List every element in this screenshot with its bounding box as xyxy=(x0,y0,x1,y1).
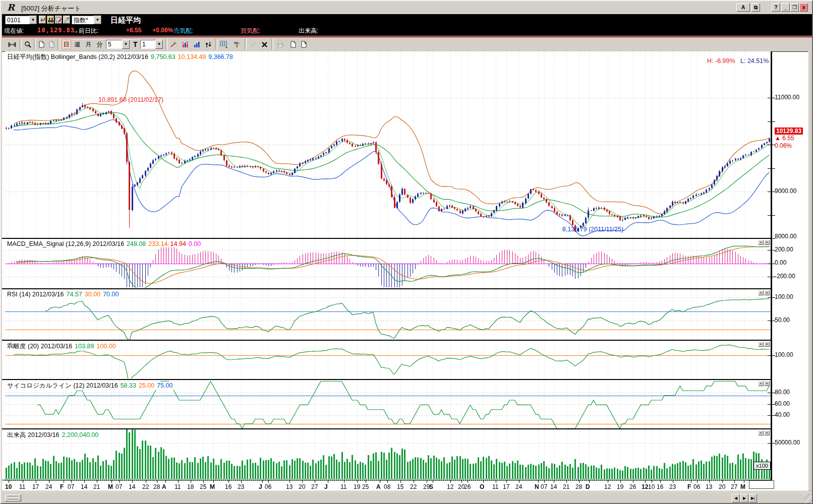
clear-draw-button[interactable] xyxy=(63,16,70,24)
psych-header-value-0: サイコロジカルライン (12) 2012/03/16 xyxy=(7,382,118,389)
rsi-panel-close-button[interactable]: × xyxy=(764,290,770,295)
close-button[interactable]: x xyxy=(799,3,808,12)
rsi-panel-minimize-button[interactable]: ▪ xyxy=(758,290,764,295)
vol-panel-close-button[interactable]: × xyxy=(764,430,770,435)
scroll-thumb[interactable] xyxy=(5,494,21,501)
help-button[interactable]: ? xyxy=(772,3,780,12)
period-minute-button[interactable]: 分 xyxy=(95,39,104,49)
settings-tools-button[interactable] xyxy=(231,39,243,50)
pct-from-low: L: 24.51% xyxy=(740,57,769,65)
kairi-chart-canvas[interactable] xyxy=(5,341,771,379)
high-annotation: 10,891.60 (2011/02/17) xyxy=(98,96,163,103)
code-dropdown-button[interactable]: ▼ xyxy=(29,16,37,24)
copy-window-button[interactable]: ⧉ xyxy=(751,3,760,12)
rsi-axis-label: 50.00 xyxy=(775,317,790,324)
panel-separator[interactable] xyxy=(2,379,771,380)
period-day-button[interactable]: 日 xyxy=(62,39,71,49)
macd-panel-close-button[interactable]: × xyxy=(764,240,770,245)
eraser-button[interactable] xyxy=(247,39,258,50)
ticks-select[interactable]: 1 xyxy=(140,40,155,49)
app-window: R [5002] 分析チャート A ⧉ ? _ ❐ x 0101 ▼ 指数* ▼… xyxy=(0,0,813,504)
price-chart-canvas[interactable] xyxy=(5,51,771,238)
change-value: +6.55 xyxy=(126,27,141,34)
memo-button[interactable] xyxy=(55,16,62,24)
category-select[interactable]: 指数* xyxy=(72,16,94,24)
panel-separator[interactable] xyxy=(2,340,771,341)
titlebar[interactable]: R [5002] 分析チャート A ⧉ ? _ ❐ x xyxy=(1,1,812,15)
current-price-value: 10,129.83 xyxy=(37,27,75,34)
ticks-dropdown-button[interactable]: ▼ xyxy=(155,40,163,49)
sort-updown-button[interactable] xyxy=(203,39,214,50)
panel-separator[interactable] xyxy=(2,288,771,289)
minutes-select[interactable]: 5 xyxy=(106,40,122,49)
psych-panel-close-button[interactable]: × xyxy=(764,381,770,386)
category-dropdown-button[interactable]: ▼ xyxy=(94,16,101,24)
volume-label: 出来高: xyxy=(299,27,318,35)
psych-panel-minimize-button[interactable]: ▪ xyxy=(758,381,764,386)
price-axis-spine xyxy=(771,51,772,480)
range-select-icon xyxy=(8,41,16,48)
price-axis-label: 8000.00 xyxy=(775,233,796,240)
axis-tick xyxy=(772,393,775,393)
rsi-header-value-1: 74.57 xyxy=(67,291,82,298)
panel-separator[interactable] xyxy=(2,238,771,239)
trendline-button[interactable] xyxy=(168,39,179,50)
price-header-value-2: 10,134.49 xyxy=(178,53,206,60)
bottom-scrollbar[interactable] xyxy=(2,491,813,504)
app-logo-icon: R xyxy=(7,2,15,13)
axis-tick xyxy=(772,215,775,216)
price-axis-label: 0.06% xyxy=(775,142,792,149)
page-icon: P xyxy=(301,41,307,48)
save-page-button[interactable] xyxy=(288,39,298,50)
axis-tick xyxy=(772,277,775,277)
enter-icon xyxy=(39,17,45,23)
scroll-right-button[interactable]: ▶ xyxy=(740,494,748,502)
axis-tick xyxy=(772,264,775,264)
x-delete-icon xyxy=(261,41,268,48)
search-button[interactable] xyxy=(47,16,54,24)
minutes-dropdown-button[interactable]: ▼ xyxy=(122,40,130,49)
price-axis-label: 9000.00 xyxy=(775,187,796,195)
panel-separator[interactable] xyxy=(2,428,771,429)
new-page-button[interactable] xyxy=(36,39,46,50)
scroll-end-button[interactable]: ▶| xyxy=(749,494,757,502)
axis-tick xyxy=(772,415,775,416)
price-header-value-1: 9,750.63 xyxy=(151,53,176,60)
restore-page-button[interactable] xyxy=(46,39,56,50)
zoom-button[interactable] xyxy=(22,39,33,50)
hammer-icon xyxy=(233,41,241,48)
chart-type-bars-button[interactable] xyxy=(180,39,191,50)
kairi-panel-close-button[interactable]: × xyxy=(764,342,770,347)
window-title: [5002] 分析チャート xyxy=(21,4,81,13)
right-scroll-strip[interactable] xyxy=(808,51,813,491)
vol-axis-label: 50000.00 xyxy=(775,439,800,446)
export-page-button[interactable]: P xyxy=(299,39,309,50)
price-header-value-3: 9,366.78 xyxy=(208,53,233,60)
svg-text:P: P xyxy=(305,42,307,45)
axis-tick xyxy=(772,321,775,321)
page-icon xyxy=(48,41,55,48)
resize-grip[interactable] xyxy=(804,494,812,503)
magnifier-icon xyxy=(24,41,31,48)
enter-button[interactable] xyxy=(39,16,46,24)
axis-baseline xyxy=(2,480,771,480)
symbol-name: 日経平均 xyxy=(110,16,141,25)
delete-all-button[interactable] xyxy=(259,39,270,50)
chart-type-volume-button[interactable] xyxy=(191,39,202,50)
grid-layout-button[interactable] xyxy=(218,39,230,50)
macd-panel-minimize-button[interactable]: ▪ xyxy=(758,240,764,245)
code-input[interactable]: 0101 xyxy=(5,16,29,24)
restore-button[interactable]: ❐ xyxy=(790,3,799,12)
period-month-button[interactable]: 月 xyxy=(84,39,93,49)
range-select-button[interactable] xyxy=(6,39,18,50)
vol-panel-minimize-button[interactable]: ▪ xyxy=(758,430,764,435)
scroll-left-button[interactable]: ◀ xyxy=(732,494,740,502)
period-week-button[interactable]: 週 xyxy=(73,39,82,49)
macd-header-value-0: MACD_EMA_Signal (12,26,9) 2012/03/16 xyxy=(7,240,124,247)
page-icon xyxy=(38,41,45,48)
minimize-button[interactable]: _ xyxy=(781,3,790,12)
volume-chart-canvas[interactable] xyxy=(5,429,771,480)
kairi-panel-minimize-button[interactable]: ▪ xyxy=(758,342,764,347)
font-button[interactable]: A xyxy=(736,3,750,12)
print-button[interactable] xyxy=(274,39,287,50)
